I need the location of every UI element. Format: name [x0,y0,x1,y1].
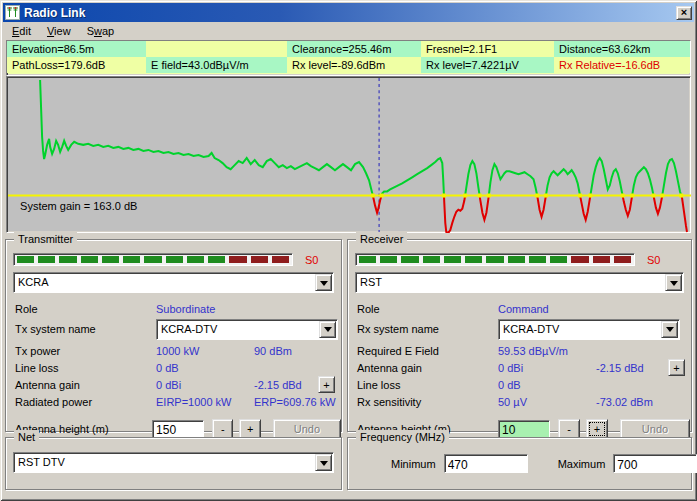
tx-lineloss-row: Line loss 0 dB [6,359,341,376]
net-legend: Net [14,430,39,444]
profile-chart-svg: System gain = 163.0 dB [8,78,691,233]
frequency-panel: Frequency (MHz) Minimum Maximum [347,437,692,490]
frequency-legend: Frequency (MHz) [356,430,449,444]
chevron-down-icon [666,327,674,336]
pathloss-readout: PathLoss=179.6dB [7,57,146,73]
readout-row-2: PathLoss=179.6dB E field=43.0dBµV/m Rx l… [7,57,690,73]
tx-height-minus-button[interactable]: - [212,419,233,439]
chevron-down-icon [324,327,332,336]
tx-antenna-height-input[interactable] [152,420,204,439]
chevron-down-icon [320,281,328,290]
rx-height-plus-button[interactable]: + [586,419,608,439]
rx-station-dropdown-button[interactable] [665,274,682,291]
readout-row-1: Elevation=86.5m Clearance=255.46m Fresne… [7,41,690,57]
path-profile-chart[interactable]: System gain = 163.0 dB [6,76,691,233]
menu-item-swap[interactable]: Swap [79,23,123,39]
meter-dash [187,256,204,263]
tx-lineloss-label: Line loss [15,362,156,374]
freq-min-input[interactable] [444,454,528,473]
link-readout-bar: Elevation=86.5m Clearance=255.46m Fresne… [6,40,691,76]
radio-link-window: Radio Link × Edit View Swap Elevation=86… [0,0,697,501]
tx-antenna-height-row: Antenna height (m) - + Undo [6,419,341,439]
net-panel: Net RST DTV [5,437,342,490]
rx-system-dropdown-button[interactable] [661,321,678,338]
meter-dash [593,256,610,263]
titlebar: Radio Link × [3,3,694,22]
tx-role-value: Subordinate [156,303,341,315]
rx-system-row: Rx system name KCRA-DTV [348,318,691,340]
meter-dash [423,256,440,263]
tx-s-unit-label: S0 [305,254,318,266]
system-gain-label: System gain = 163.0 dB [20,200,137,212]
rx-meter-row: S0 [355,253,684,266]
close-button[interactable]: × [676,6,692,20]
tx-role-label: Role [15,303,156,315]
rx-gain-row: Antenna gain 0 dBi -2.15 dBd + [348,359,691,376]
meter-dash [614,256,631,263]
tx-meter-row: S0 [13,253,334,266]
freq-max-input[interactable] [613,454,697,473]
tx-system-row: Tx system name KCRA-DTV [6,318,341,340]
tx-system-label: Tx system name [15,323,156,335]
rx-lineloss-row: Line loss 0 dB [348,376,691,393]
tx-height-plus-button[interactable]: + [239,419,260,439]
rx-role-row: Role Command [348,300,691,317]
rx-signal-meter [355,253,635,266]
menu-item-view[interactable]: View [39,23,79,39]
rx-level-dbm-readout: Rx level=-89.6dBm [287,57,421,73]
tx-system-select[interactable]: KCRA-DTV [156,319,338,340]
meter-dash [251,256,268,263]
rx-sensitivity-dbm: -73.02 dBm [596,396,691,408]
distance-readout: Distance=63.62km [554,41,690,57]
net-select[interactable]: RST DTV [13,452,334,473]
rx-lineloss-value: 0 dB [498,379,691,391]
rx-antenna-height-input[interactable] [498,420,550,439]
menu-item-edit[interactable]: Edit [4,23,39,39]
tx-station-select[interactable]: KCRA [13,272,334,293]
rx-s-unit-label: S0 [647,254,660,266]
meter-dash [123,256,140,263]
meter-dash [208,256,225,263]
tx-radiated-row: Radiated power EIRP=1000 kW ERP=609.76 k… [6,393,341,410]
net-dropdown-button[interactable] [315,454,332,471]
app-icon [5,5,20,20]
meter-dash [529,256,546,263]
rx-role-label: Role [357,303,498,315]
meter-dash [359,256,376,263]
elevation-readout: Elevation=86.5m [7,41,146,57]
tx-undo-button[interactable]: Undo [273,419,341,439]
rx-station-select[interactable]: RST [355,272,684,293]
tx-system-dropdown-button[interactable] [319,321,336,338]
meter-dash [444,256,461,263]
frequency-row: Minimum Maximum [348,454,691,473]
tx-station-dropdown-button[interactable] [315,274,332,291]
menubar: Edit View Swap [3,22,694,40]
fresnel-readout: Fresnel=2.1F1 [421,41,554,57]
rx-height-minus-button[interactable]: - [558,419,580,439]
window-title: Radio Link [24,6,676,20]
transmitter-legend: Transmitter [14,232,77,246]
tx-power-label: Tx power [15,345,156,357]
meter-dash [17,256,34,263]
meter-dash [508,256,525,263]
rx-efield-value: 59.53 dBµV/m [498,345,691,357]
meter-dash [486,256,503,263]
rx-gain-label: Antenna gain [357,362,498,374]
tx-radiated-label: Radiated power [15,396,156,408]
meter-dash [229,256,246,263]
tx-power-dbm: 90 dBm [254,345,341,357]
rx-sensitivity-row: Rx sensitivity 50 µV -73.02 dBm [348,393,691,410]
tx-gain-plus-button[interactable]: + [318,376,335,393]
meter-dash [144,256,161,263]
rx-system-select[interactable]: KCRA-DTV [498,319,680,340]
rx-gain-plus-button[interactable]: + [668,359,685,376]
rx-undo-button[interactable]: Undo [620,419,690,439]
meter-dash [272,256,289,263]
rx-level-uv-readout: Rx level=7.4221µV [421,57,554,73]
meter-dash [166,256,183,263]
chevron-down-icon [670,281,678,290]
meter-dash [38,256,55,263]
tx-role-row: Role Subordinate [6,300,341,317]
tx-erp-value: ERP=609.76 kW [254,396,341,408]
tx-power-kw: 1000 kW [156,345,254,357]
